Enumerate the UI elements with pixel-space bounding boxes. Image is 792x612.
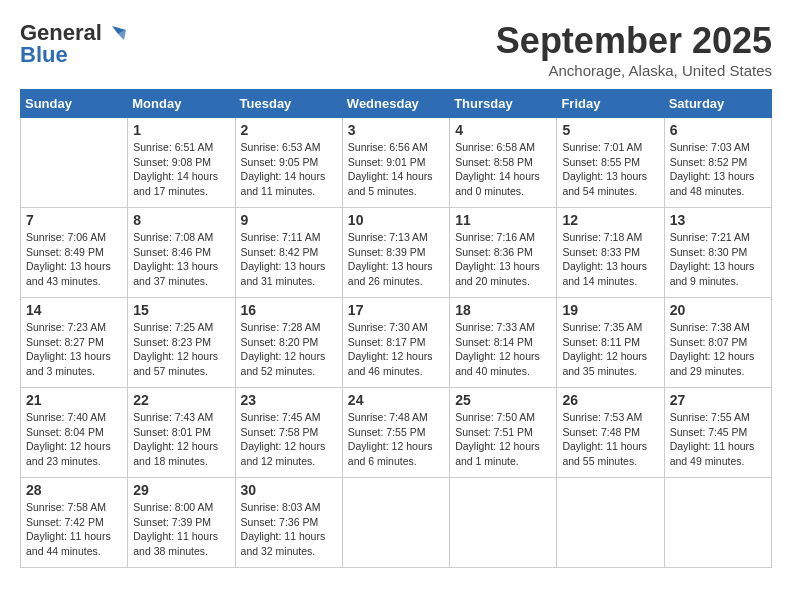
calendar-cell: 3Sunrise: 6:56 AM Sunset: 9:01 PM Daylig… <box>342 118 449 208</box>
day-number: 14 <box>26 302 122 318</box>
logo-bird-icon <box>104 22 126 44</box>
day-info: Sunrise: 7:08 AM Sunset: 8:46 PM Dayligh… <box>133 230 229 289</box>
calendar-cell: 11Sunrise: 7:16 AM Sunset: 8:36 PM Dayli… <box>450 208 557 298</box>
calendar-cell: 20Sunrise: 7:38 AM Sunset: 8:07 PM Dayli… <box>664 298 771 388</box>
day-number: 8 <box>133 212 229 228</box>
day-info: Sunrise: 7:13 AM Sunset: 8:39 PM Dayligh… <box>348 230 444 289</box>
week-row-4: 21Sunrise: 7:40 AM Sunset: 8:04 PM Dayli… <box>21 388 772 478</box>
day-info: Sunrise: 7:58 AM Sunset: 7:42 PM Dayligh… <box>26 500 122 559</box>
day-info: Sunrise: 7:43 AM Sunset: 8:01 PM Dayligh… <box>133 410 229 469</box>
calendar-cell: 21Sunrise: 7:40 AM Sunset: 8:04 PM Dayli… <box>21 388 128 478</box>
day-info: Sunrise: 7:55 AM Sunset: 7:45 PM Dayligh… <box>670 410 766 469</box>
day-info: Sunrise: 7:21 AM Sunset: 8:30 PM Dayligh… <box>670 230 766 289</box>
calendar-cell: 12Sunrise: 7:18 AM Sunset: 8:33 PM Dayli… <box>557 208 664 298</box>
day-info: Sunrise: 7:11 AM Sunset: 8:42 PM Dayligh… <box>241 230 337 289</box>
day-number: 10 <box>348 212 444 228</box>
location: Anchorage, Alaska, United States <box>496 62 772 79</box>
calendar-cell: 14Sunrise: 7:23 AM Sunset: 8:27 PM Dayli… <box>21 298 128 388</box>
calendar-cell: 10Sunrise: 7:13 AM Sunset: 8:39 PM Dayli… <box>342 208 449 298</box>
day-number: 18 <box>455 302 551 318</box>
day-info: Sunrise: 7:45 AM Sunset: 7:58 PM Dayligh… <box>241 410 337 469</box>
day-info: Sunrise: 7:35 AM Sunset: 8:11 PM Dayligh… <box>562 320 658 379</box>
weekday-saturday: Saturday <box>664 90 771 118</box>
calendar-cell: 7Sunrise: 7:06 AM Sunset: 8:49 PM Daylig… <box>21 208 128 298</box>
calendar-cell: 9Sunrise: 7:11 AM Sunset: 8:42 PM Daylig… <box>235 208 342 298</box>
day-info: Sunrise: 6:51 AM Sunset: 9:08 PM Dayligh… <box>133 140 229 199</box>
day-number: 28 <box>26 482 122 498</box>
calendar-cell <box>664 478 771 568</box>
week-row-3: 14Sunrise: 7:23 AM Sunset: 8:27 PM Dayli… <box>21 298 772 388</box>
day-number: 2 <box>241 122 337 138</box>
calendar-cell: 17Sunrise: 7:30 AM Sunset: 8:17 PM Dayli… <box>342 298 449 388</box>
logo: General Blue <box>20 20 126 68</box>
weekday-header-row: SundayMondayTuesdayWednesdayThursdayFrid… <box>21 90 772 118</box>
calendar-cell: 5Sunrise: 7:01 AM Sunset: 8:55 PM Daylig… <box>557 118 664 208</box>
day-number: 30 <box>241 482 337 498</box>
day-number: 6 <box>670 122 766 138</box>
logo-blue-text: Blue <box>20 42 68 68</box>
calendar-cell <box>450 478 557 568</box>
calendar-cell: 22Sunrise: 7:43 AM Sunset: 8:01 PM Dayli… <box>128 388 235 478</box>
day-info: Sunrise: 7:53 AM Sunset: 7:48 PM Dayligh… <box>562 410 658 469</box>
day-number: 21 <box>26 392 122 408</box>
calendar-cell: 28Sunrise: 7:58 AM Sunset: 7:42 PM Dayli… <box>21 478 128 568</box>
calendar-cell: 18Sunrise: 7:33 AM Sunset: 8:14 PM Dayli… <box>450 298 557 388</box>
calendar-cell: 6Sunrise: 7:03 AM Sunset: 8:52 PM Daylig… <box>664 118 771 208</box>
calendar-cell: 26Sunrise: 7:53 AM Sunset: 7:48 PM Dayli… <box>557 388 664 478</box>
week-row-5: 28Sunrise: 7:58 AM Sunset: 7:42 PM Dayli… <box>21 478 772 568</box>
calendar-cell: 16Sunrise: 7:28 AM Sunset: 8:20 PM Dayli… <box>235 298 342 388</box>
day-number: 3 <box>348 122 444 138</box>
calendar-cell <box>342 478 449 568</box>
day-number: 20 <box>670 302 766 318</box>
calendar-cell: 13Sunrise: 7:21 AM Sunset: 8:30 PM Dayli… <box>664 208 771 298</box>
day-info: Sunrise: 7:06 AM Sunset: 8:49 PM Dayligh… <box>26 230 122 289</box>
day-number: 12 <box>562 212 658 228</box>
day-info: Sunrise: 7:23 AM Sunset: 8:27 PM Dayligh… <box>26 320 122 379</box>
calendar-cell: 23Sunrise: 7:45 AM Sunset: 7:58 PM Dayli… <box>235 388 342 478</box>
day-number: 19 <box>562 302 658 318</box>
day-number: 15 <box>133 302 229 318</box>
title-block: September 2025 Anchorage, Alaska, United… <box>496 20 772 79</box>
day-number: 11 <box>455 212 551 228</box>
calendar-cell: 30Sunrise: 8:03 AM Sunset: 7:36 PM Dayli… <box>235 478 342 568</box>
day-number: 24 <box>348 392 444 408</box>
day-info: Sunrise: 7:18 AM Sunset: 8:33 PM Dayligh… <box>562 230 658 289</box>
weekday-tuesday: Tuesday <box>235 90 342 118</box>
day-info: Sunrise: 7:50 AM Sunset: 7:51 PM Dayligh… <box>455 410 551 469</box>
weekday-friday: Friday <box>557 90 664 118</box>
day-info: Sunrise: 6:53 AM Sunset: 9:05 PM Dayligh… <box>241 140 337 199</box>
calendar-cell: 8Sunrise: 7:08 AM Sunset: 8:46 PM Daylig… <box>128 208 235 298</box>
week-row-1: 1Sunrise: 6:51 AM Sunset: 9:08 PM Daylig… <box>21 118 772 208</box>
day-info: Sunrise: 7:28 AM Sunset: 8:20 PM Dayligh… <box>241 320 337 379</box>
week-row-2: 7Sunrise: 7:06 AM Sunset: 8:49 PM Daylig… <box>21 208 772 298</box>
day-number: 27 <box>670 392 766 408</box>
day-number: 9 <box>241 212 337 228</box>
day-info: Sunrise: 7:01 AM Sunset: 8:55 PM Dayligh… <box>562 140 658 199</box>
day-info: Sunrise: 8:03 AM Sunset: 7:36 PM Dayligh… <box>241 500 337 559</box>
day-number: 16 <box>241 302 337 318</box>
day-number: 29 <box>133 482 229 498</box>
day-number: 13 <box>670 212 766 228</box>
day-info: Sunrise: 6:58 AM Sunset: 8:58 PM Dayligh… <box>455 140 551 199</box>
calendar-cell: 25Sunrise: 7:50 AM Sunset: 7:51 PM Dayli… <box>450 388 557 478</box>
day-number: 22 <box>133 392 229 408</box>
calendar-cell: 29Sunrise: 8:00 AM Sunset: 7:39 PM Dayli… <box>128 478 235 568</box>
calendar-cell: 4Sunrise: 6:58 AM Sunset: 8:58 PM Daylig… <box>450 118 557 208</box>
weekday-thursday: Thursday <box>450 90 557 118</box>
day-number: 17 <box>348 302 444 318</box>
day-number: 25 <box>455 392 551 408</box>
day-info: Sunrise: 6:56 AM Sunset: 9:01 PM Dayligh… <box>348 140 444 199</box>
month-title: September 2025 <box>496 20 772 62</box>
day-number: 7 <box>26 212 122 228</box>
day-number: 5 <box>562 122 658 138</box>
day-info: Sunrise: 7:38 AM Sunset: 8:07 PM Dayligh… <box>670 320 766 379</box>
day-info: Sunrise: 7:33 AM Sunset: 8:14 PM Dayligh… <box>455 320 551 379</box>
calendar-table: SundayMondayTuesdayWednesdayThursdayFrid… <box>20 89 772 568</box>
weekday-wednesday: Wednesday <box>342 90 449 118</box>
weekday-sunday: Sunday <box>21 90 128 118</box>
day-info: Sunrise: 8:00 AM Sunset: 7:39 PM Dayligh… <box>133 500 229 559</box>
day-info: Sunrise: 7:03 AM Sunset: 8:52 PM Dayligh… <box>670 140 766 199</box>
day-info: Sunrise: 7:16 AM Sunset: 8:36 PM Dayligh… <box>455 230 551 289</box>
calendar-cell <box>557 478 664 568</box>
calendar-cell: 15Sunrise: 7:25 AM Sunset: 8:23 PM Dayli… <box>128 298 235 388</box>
